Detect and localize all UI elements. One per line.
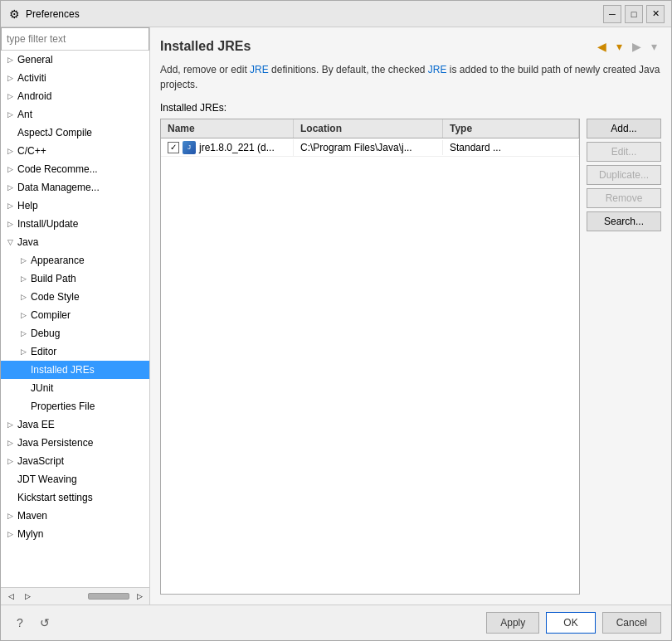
maximize-button[interactable]: □ bbox=[625, 5, 643, 23]
sidebar-item-mylyn[interactable]: ▷ Mylyn bbox=[1, 525, 149, 543]
sidebar-item-editor[interactable]: ▷ Editor bbox=[1, 342, 149, 361]
sidebar-back-button[interactable]: ◁ bbox=[4, 590, 17, 603]
sidebar-item-java-ee[interactable]: ▷ Java EE bbox=[1, 415, 149, 434]
table-row[interactable]: ✓ J jre1.8.0_221 (d... C:\Program Files\… bbox=[161, 138, 579, 157]
sidebar-item-label: Properties File bbox=[31, 401, 95, 412]
expand-arrow: ▷ bbox=[7, 183, 17, 192]
window-icon: ⚙ bbox=[7, 7, 21, 21]
sidebar-item-jdt-weaving[interactable]: ▷ JDT Weaving bbox=[1, 470, 149, 488]
sidebar-item-ant[interactable]: ▷ Ant bbox=[1, 105, 149, 124]
expand-arrow: ▷ bbox=[21, 311, 31, 319]
sidebar-item-help[interactable]: ▷ Help bbox=[1, 197, 149, 215]
expand-arrow: ▷ bbox=[7, 220, 17, 228]
search-button[interactable]: Search... bbox=[587, 211, 661, 231]
jre-panel: Name Location Type ✓ J jre1.8.0_221 (d..… bbox=[160, 119, 661, 595]
sidebar-item-label: Maven bbox=[17, 510, 47, 522]
sidebar-item-code-style[interactable]: ▷ Code Style bbox=[1, 288, 149, 306]
description-text: Add, remove or edit JRE definitions. By … bbox=[160, 62, 661, 92]
expand-arrow: ▷ bbox=[7, 147, 17, 155]
sidebar-item-java[interactable]: ▽ Java bbox=[1, 233, 149, 251]
jre-table: Name Location Type ✓ J jre1.8.0_221 (d..… bbox=[160, 119, 580, 595]
sidebar-item-label: Kickstart settings bbox=[17, 492, 93, 503]
window-controls: ─ □ ✕ bbox=[603, 5, 665, 23]
sidebar-item-kickstart[interactable]: ▷ Kickstart settings bbox=[1, 488, 149, 507]
sidebar-item-build-path[interactable]: ▷ Build Path bbox=[1, 270, 149, 288]
sidebar-item-label: AspectJ Compile bbox=[17, 127, 92, 138]
sidebar-item-label: Appearance bbox=[31, 255, 85, 266]
sidebar-item-label: Compiler bbox=[31, 309, 71, 321]
expand-arrow: ▷ bbox=[7, 202, 17, 210]
sidebar-item-label: Editor bbox=[31, 346, 56, 357]
sidebar-item-label: Installed JREs bbox=[31, 364, 95, 376]
add-button[interactable]: Add... bbox=[587, 119, 661, 138]
duplicate-button[interactable]: Duplicate... bbox=[587, 165, 661, 185]
sidebar-item-label: Ant bbox=[17, 109, 32, 120]
sidebar-item-code-recommender[interactable]: ▷ Code Recomme... bbox=[1, 160, 149, 178]
sidebar-item-android[interactable]: ▷ Android bbox=[1, 87, 149, 105]
jre-link-1: JRE bbox=[250, 64, 269, 75]
sidebar-item-javascript[interactable]: ▷ JavaScript bbox=[1, 452, 149, 470]
apply-button[interactable]: Apply bbox=[486, 612, 539, 634]
expand-arrow: ▷ bbox=[21, 329, 31, 337]
sidebar-item-installed-jres[interactable]: ▷ Installed JREs bbox=[1, 361, 149, 379]
expand-arrow: ▷ bbox=[21, 347, 31, 356]
cancel-button[interactable]: Cancel bbox=[602, 612, 661, 634]
page-title: Installed JREs bbox=[160, 39, 251, 54]
expand-arrow: ▷ bbox=[7, 439, 17, 447]
jre-action-buttons: Add... Edit... Duplicate... Remove Searc… bbox=[587, 119, 661, 595]
jre-cell-type: Standard ... bbox=[443, 140, 579, 155]
sidebar-item-label: Install/Update bbox=[17, 218, 78, 230]
horizontal-scrollbar-thumb[interactable] bbox=[88, 593, 129, 600]
sidebar-item-label: Data Manageme... bbox=[17, 182, 100, 193]
sidebar-item-label: Java bbox=[17, 236, 38, 248]
title-bar: ⚙ Preferences ─ □ ✕ bbox=[1, 1, 671, 27]
sidebar-item-data-management[interactable]: ▷ Data Manageme... bbox=[1, 178, 149, 197]
scroll-right-button[interactable]: ▷ bbox=[133, 590, 146, 603]
sidebar-item-properties-file[interactable]: ▷ Properties File bbox=[1, 397, 149, 415]
jre-checkbox[interactable]: ✓ bbox=[168, 142, 179, 153]
sidebar-item-label: JavaScript bbox=[17, 455, 64, 467]
remove-button[interactable]: Remove bbox=[587, 188, 661, 208]
sidebar-item-java-persistence[interactable]: ▷ Java Persistence bbox=[1, 434, 149, 452]
col-header-name: Name bbox=[161, 119, 294, 138]
ok-button[interactable]: OK bbox=[546, 612, 595, 634]
main-content: Installed JREs ◀ ▾ ▶ ▾ Add, remove or ed… bbox=[150, 27, 671, 605]
sidebar-item-label: JUnit bbox=[31, 382, 53, 394]
main-header: Installed JREs ◀ ▾ ▶ ▾ bbox=[160, 37, 661, 56]
back-button[interactable]: ◀ bbox=[593, 37, 611, 56]
sidebar-item-label: Debug bbox=[31, 328, 60, 339]
sidebar-item-compiler[interactable]: ▷ Compiler bbox=[1, 306, 149, 324]
sidebar-item-label: Build Path bbox=[31, 273, 76, 284]
sidebar-item-appearance[interactable]: ▷ Appearance bbox=[1, 251, 149, 270]
col-header-type: Type bbox=[443, 119, 579, 138]
sidebar-item-label: Android bbox=[17, 90, 51, 102]
sidebar-item-label: Code Recomme... bbox=[17, 163, 98, 175]
footer-left: ? ↺ bbox=[11, 614, 480, 632]
sidebar-item-cpp[interactable]: ▷ C/C++ bbox=[1, 142, 149, 160]
sidebar-item-maven[interactable]: ▷ Maven bbox=[1, 507, 149, 525]
minimize-button[interactable]: ─ bbox=[603, 5, 621, 23]
filter-input[interactable] bbox=[1, 27, 149, 51]
help-button[interactable]: ? bbox=[11, 614, 29, 632]
forward-button[interactable]: ▶ bbox=[628, 37, 645, 56]
sidebar-item-general[interactable]: ▷ General bbox=[1, 51, 149, 69]
sidebar-item-label: JDT Weaving bbox=[17, 473, 77, 485]
sidebar-item-install-update[interactable]: ▷ Install/Update bbox=[1, 215, 149, 233]
sidebar-item-aspectj[interactable]: ▷ AspectJ Compile bbox=[1, 124, 149, 142]
expand-arrow: ▷ bbox=[7, 457, 17, 465]
jre-cell-location: C:\Program Files\Java\j... bbox=[294, 140, 443, 155]
close-button[interactable]: ✕ bbox=[646, 5, 665, 23]
sidebar-item-debug[interactable]: ▷ Debug bbox=[1, 324, 149, 342]
sidebar-item-activiti[interactable]: ▷ Activiti bbox=[1, 69, 149, 87]
sidebar-item-label: Java Persistence bbox=[17, 437, 93, 449]
installed-label: Installed JREs: bbox=[160, 102, 661, 114]
forward-dropdown-button[interactable]: ▾ bbox=[647, 37, 661, 56]
sidebar-item-label: Mylyn bbox=[17, 528, 43, 540]
sidebar-item-junit[interactable]: ▷ JUnit bbox=[1, 379, 149, 397]
back-dropdown-button[interactable]: ▾ bbox=[612, 37, 626, 56]
sidebar-forward-button[interactable]: ▷ bbox=[21, 590, 34, 603]
edit-button[interactable]: Edit... bbox=[587, 142, 661, 162]
restore-defaults-button[interactable]: ↺ bbox=[36, 614, 54, 632]
expand-arrow: ▷ bbox=[21, 293, 31, 301]
footer: ? ↺ Apply OK Cancel bbox=[1, 605, 671, 640]
